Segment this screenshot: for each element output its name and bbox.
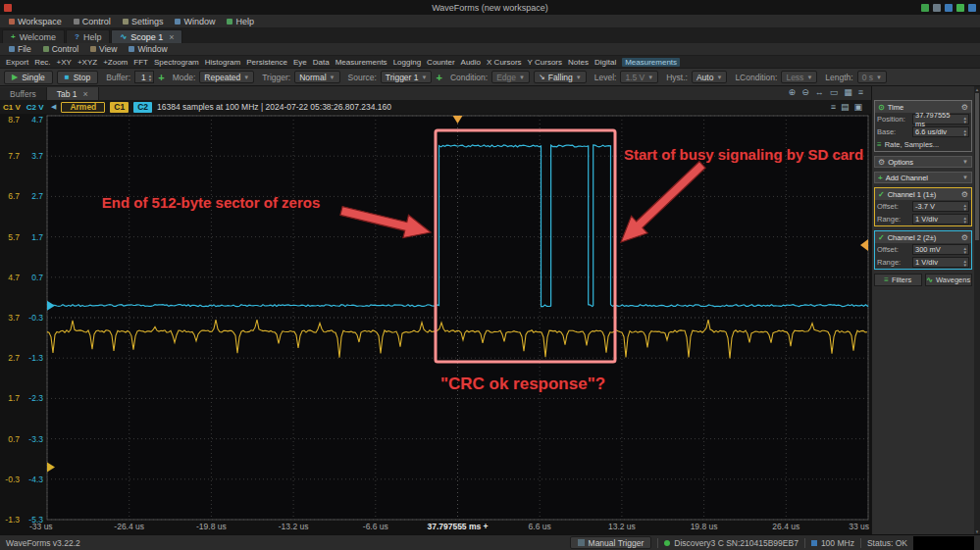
c2-badge[interactable]: C2 [133, 102, 152, 113]
position-select[interactable]: 37.797555 ms▴▾ [912, 114, 969, 125]
stop-button[interactable]: ■Stop [57, 71, 98, 84]
close-icon[interactable]: × [169, 32, 174, 42]
options-section[interactable]: ⚙ Options ▼ [874, 156, 972, 168]
sample-rate-indicator[interactable]: 100 MHz [811, 538, 854, 548]
channel2-offset-select[interactable]: 300 mV▴▾ [912, 244, 969, 255]
zoom-out-icon[interactable]: ⊖ [801, 87, 809, 97]
tool-y-cursors[interactable]: Y Cursors [528, 58, 562, 67]
tool-measurements-active[interactable]: Measurements [622, 58, 680, 67]
panel-scrollbar[interactable]: ▴ ▾ [974, 86, 980, 534]
tool-xy[interactable]: +XY [57, 58, 72, 67]
channel1-range-select[interactable]: 1 V/div▴▾ [912, 214, 969, 225]
scrollbar-thumb[interactable] [975, 93, 979, 240]
close-icon[interactable]: × [83, 89, 88, 99]
stepper-arrows-icon[interactable]: ▴▾ [963, 216, 966, 224]
mode-select[interactable]: Repeated▼ [199, 71, 254, 83]
gear-icon[interactable]: ⚙ [961, 190, 968, 199]
menu-scope-control[interactable]: Control [38, 43, 83, 55]
oscilloscope-plot[interactable]: 8.77.76.75.74.73.72.71.70.7-0.3-1.34.73.… [0, 114, 871, 534]
tool-spectrogram[interactable]: Spectrogram [154, 58, 199, 67]
tab-welcome[interactable]: +Welcome [2, 29, 65, 43]
condition-select[interactable]: ↘Falling▼ [534, 71, 587, 83]
stepper-arrows-icon[interactable]: ▴▾ [963, 116, 966, 124]
scroll-down-icon[interactable]: ▾ [976, 528, 979, 534]
channel2-range-select[interactable]: 1 V/div▴▾ [912, 257, 969, 268]
trigger-mode-select[interactable]: Normal▼ [294, 71, 339, 83]
stepper-arrows-icon[interactable]: ▴▾ [963, 259, 966, 267]
buffer-stepper[interactable]: 1▴▾ [134, 71, 154, 83]
menu-window[interactable]: Window [170, 15, 220, 27]
lcondition-select[interactable]: Less▼ [781, 71, 817, 83]
menu-view[interactable]: View [85, 43, 122, 55]
base-select[interactable]: 6.6 us/div▴▾ [912, 126, 969, 137]
tool-notes[interactable]: Notes [568, 58, 589, 67]
tool-measurements[interactable]: Measurements [335, 58, 387, 67]
wavegens-button[interactable]: ∿Wavegens [925, 274, 973, 286]
channel2-header[interactable]: ✓ Channel 2 (2±) ⚙ [875, 231, 971, 243]
device-indicator[interactable]: Discovery3 C SN:210415B99EB7 [664, 538, 799, 548]
fit-width-icon[interactable]: ↔ [815, 87, 824, 97]
zoom-in-icon[interactable]: ⊕ [789, 87, 797, 97]
tray-monitor-icon[interactable] [933, 4, 941, 12]
c1-badge[interactable]: C1 [110, 102, 129, 113]
grid-toggle-icon[interactable]: ▦ [844, 87, 852, 97]
channel1-offset-select[interactable]: -3.7 V▴▾ [912, 201, 969, 212]
menu-control[interactable]: Control [69, 15, 116, 27]
trigger-source-select[interactable]: Trigger 1▼ [381, 71, 433, 83]
stepper-arrows-icon[interactable]: ▴▾ [963, 246, 966, 254]
tool-histogram[interactable]: Histogram [205, 58, 240, 67]
check-icon[interactable]: ✓ [878, 233, 885, 242]
tool-x-cursors[interactable]: X Cursors [487, 58, 522, 67]
tool-xyz[interactable]: +XYZ [77, 58, 97, 67]
tray-chart-icon[interactable] [945, 4, 953, 12]
check-icon[interactable]: ✓ [878, 190, 885, 199]
snapshot-icon[interactable]: ▣ [853, 102, 862, 112]
add-trigger-icon[interactable]: + [436, 73, 441, 82]
gear-icon[interactable]: ⚙ [961, 233, 968, 242]
tray-grid-icon[interactable] [956, 4, 964, 12]
tool-digital[interactable]: Digital [594, 58, 616, 67]
menu-settings[interactable]: Settings [118, 15, 169, 27]
chevron-left-icon[interactable]: ◀ [51, 103, 56, 111]
length-select[interactable]: 0 s▼ [857, 71, 887, 83]
table-icon[interactable]: ▤ [841, 102, 850, 112]
tab1-tab[interactable]: Tab 1× [47, 87, 99, 100]
list-icon[interactable]: ≡ [831, 102, 836, 112]
channel1-header[interactable]: ✓ Channel 1 (1±) ⚙ [875, 188, 971, 200]
tool-persistence[interactable]: Persistence [246, 58, 287, 67]
stepper-arrows-icon[interactable]: ▴▾ [963, 203, 966, 211]
add-buffer-icon[interactable]: + [158, 73, 164, 82]
add-channel-button[interactable]: + Add Channel ▼ [874, 172, 972, 183]
layout-icon[interactable]: ≡ [858, 87, 863, 97]
tool-eye[interactable]: Eye [293, 58, 307, 67]
gear-icon[interactable]: ⚙ [961, 103, 968, 112]
menu-workspace[interactable]: Workspace [4, 15, 67, 27]
tool-counter[interactable]: Counter [427, 58, 454, 67]
fit-rect-icon[interactable]: ▭ [830, 87, 839, 97]
tool-zoom[interactable]: +Zoom [103, 58, 128, 67]
level-select[interactable]: 1.5 V▼ [620, 71, 658, 83]
scroll-up-icon[interactable]: ▴ [976, 86, 979, 92]
manual-trigger-button[interactable]: Manual Trigger [570, 536, 652, 549]
trigger-type-select[interactable]: Edge▼ [491, 71, 530, 83]
menu-scope-window[interactable]: Window [124, 43, 172, 55]
tool-rec[interactable]: Rec. [34, 58, 50, 67]
stepper-arrows-icon[interactable]: ▴▾ [149, 74, 152, 81]
hysteresis-select[interactable]: Auto▼ [692, 71, 727, 83]
single-button[interactable]: ▶Single [4, 71, 53, 84]
tool-fft[interactable]: FFT [133, 58, 148, 67]
stepper-arrows-icon[interactable]: ▴▾ [963, 128, 966, 136]
tab-help[interactable]: ?Help [66, 29, 110, 43]
tray-play-icon[interactable] [921, 4, 929, 12]
rate-samples-button[interactable]: ≡ Rate, Samples... [875, 138, 971, 151]
tool-data[interactable]: Data [313, 58, 330, 67]
filters-button[interactable]: ≡Filters [874, 274, 922, 286]
tool-audio[interactable]: Audio [461, 58, 481, 67]
tool-export[interactable]: Export [6, 58, 28, 67]
menu-file[interactable]: File [4, 43, 36, 55]
tab-scope1[interactable]: ∿Scope 1× [111, 29, 182, 43]
tray-square-icon[interactable] [968, 4, 976, 12]
buffers-tab[interactable]: Buffers [0, 87, 47, 100]
tool-logging[interactable]: Logging [393, 58, 421, 67]
menu-help[interactable]: Help [222, 15, 259, 27]
